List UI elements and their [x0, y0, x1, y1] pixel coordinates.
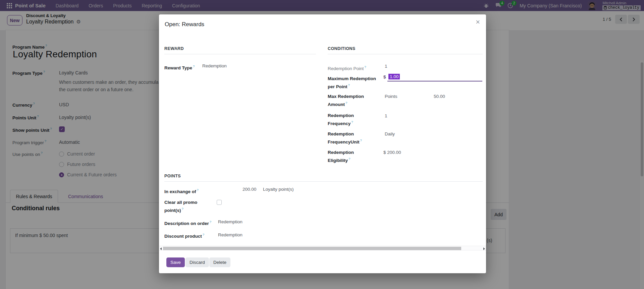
help-icon: ? — [345, 101, 347, 105]
description-on-order-label: Description on order? — [164, 219, 223, 227]
points-section-title: POINTS — [164, 174, 483, 182]
discount-product-label: Discount product? — [164, 231, 223, 239]
scroll-right-arrow-icon[interactable] — [483, 247, 485, 250]
help-icon: ? — [193, 64, 195, 68]
currency-symbol: $ — [383, 74, 386, 79]
max-redemption-amount-value[interactable]: 50.00 — [434, 94, 445, 99]
modal-horizontal-scrollbar[interactable] — [159, 246, 486, 250]
in-exchange-of-label: In exchange of? — [164, 187, 218, 195]
clear-all-promo-points-label: Clear all promo point(s)? — [164, 199, 201, 214]
max-redemption-per-point-input[interactable]: 1.00 — [388, 74, 400, 79]
screen: Point of Sale Dashboard Orders Products … — [0, 0, 644, 289]
close-icon[interactable]: × — [476, 18, 480, 26]
reward-type-value[interactable]: Redemption — [202, 63, 227, 68]
max-redemption-amount-unit[interactable]: Points — [385, 94, 397, 99]
help-icon: ? — [348, 157, 350, 161]
max-redemption-amount-label: Max Redemption Amount? — [328, 93, 368, 108]
focused-input-underline — [387, 81, 482, 81]
help-icon: ? — [203, 233, 204, 236]
clear-all-promo-points-checkbox[interactable] — [217, 200, 222, 205]
help-icon: ? — [348, 83, 350, 87]
description-on-order-value[interactable]: Redemption — [218, 219, 243, 224]
redemption-frequency-value[interactable]: 1 — [385, 113, 387, 118]
scroll-left-arrow-icon[interactable] — [160, 247, 162, 250]
help-icon: ? — [210, 220, 211, 224]
discount-product-value[interactable]: Redemption — [218, 232, 243, 237]
reward-section-title: REWARD — [164, 46, 316, 54]
help-icon: ? — [364, 65, 366, 69]
help-icon: ? — [360, 138, 362, 142]
in-exchange-of-unit: Loyalty point(s) — [263, 187, 294, 192]
redemption-eligibility-value[interactable]: $ 200.00 — [383, 150, 401, 155]
redemption-point-value[interactable]: 1 — [385, 64, 387, 69]
reward-type-label: Reward Type? — [164, 63, 205, 71]
delete-button[interactable]: Delete — [209, 257, 230, 267]
save-button[interactable]: Save — [166, 257, 185, 267]
in-exchange-of-value[interactable]: 200.00 — [243, 187, 256, 192]
help-icon: ? — [182, 207, 183, 211]
discard-button[interactable]: Discard — [185, 257, 209, 267]
redemption-frequency-unit-label: Redemption FrequencyUnit? — [328, 131, 373, 145]
modal-title: Open: Rewards — [165, 21, 204, 28]
redemption-eligibility-label: Redemption Eligibility? — [328, 149, 365, 164]
help-icon: ? — [351, 120, 353, 124]
redemption-frequency-unit-value[interactable]: Daily — [385, 131, 395, 136]
redemption-frequency-label: Redemption Frequency? — [328, 112, 365, 127]
help-icon: ? — [197, 188, 199, 192]
modal-scrollbar-thumb[interactable] — [163, 247, 461, 250]
conditions-section-title: CONDITIONS — [328, 46, 483, 54]
max-redemption-per-point-label: Maximum Redemption per Point? — [328, 75, 380, 90]
rewards-modal: Open: Rewards × REWARD Reward Type? Rede… — [159, 14, 486, 273]
